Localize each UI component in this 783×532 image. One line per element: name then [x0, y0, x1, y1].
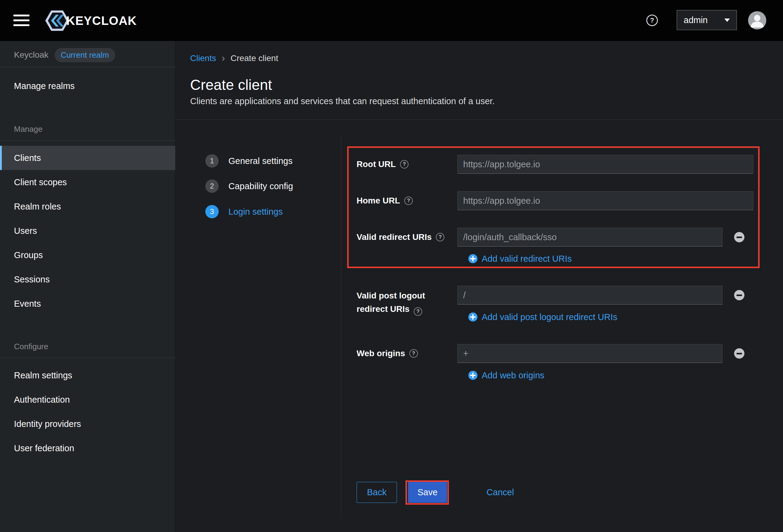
- home-url-label: Home URL ?: [356, 191, 454, 210]
- sidebar-item-realm-roles[interactable]: Realm roles: [0, 194, 175, 219]
- sidebar-item-label: Authentication: [14, 395, 70, 404]
- cancel-button[interactable]: Cancel: [482, 482, 519, 503]
- help-glyph: ?: [412, 350, 415, 356]
- sidebar-item-label: Client scopes: [14, 177, 67, 187]
- add-valid-post-logout-redirect-uris-button[interactable]: Add valid post logout redirect URIs: [468, 310, 618, 324]
- sidebar-item-label: Identity providers: [14, 419, 81, 429]
- step-label: General settings: [228, 156, 292, 166]
- sidebar-item-manage-realms[interactable]: Manage realms: [0, 74, 175, 98]
- field-label-text: Valid redirect URIs: [356, 232, 432, 242]
- sidebar-item-label: Clients: [14, 153, 41, 163]
- section-label-manage: Manage: [14, 124, 42, 134]
- step-label: Login settings: [228, 207, 283, 217]
- sidebar-item-realm-settings[interactable]: Realm settings: [0, 363, 175, 387]
- root-url-label: Root URL ?: [356, 155, 454, 174]
- help-icon[interactable]: ?: [646, 14, 658, 26]
- page-subtitle: Clients are applications and services th…: [190, 96, 495, 106]
- plus-icon: [468, 312, 477, 321]
- sidebar: Keycloak Current realm Manage realms Man…: [0, 41, 175, 532]
- breadcrumb: Clients › Create client: [190, 52, 278, 65]
- help-icon[interactable]: ?: [436, 233, 444, 241]
- help-icon[interactable]: ?: [414, 307, 422, 316]
- chevron-down-icon: [724, 19, 730, 22]
- app-name: Keycloak: [14, 50, 49, 60]
- menu-toggle-icon[interactable]: [13, 14, 29, 26]
- valid-post-logout-redirect-uri-input[interactable]: [458, 286, 723, 305]
- remove-redirect-uri-button[interactable]: [734, 232, 745, 242]
- main-content: Clients › Create client Create client Cl…: [175, 41, 783, 532]
- remove-web-origin-button[interactable]: [734, 348, 745, 358]
- sidebar-item-label: Users: [14, 226, 37, 236]
- keycloak-logo: KEYCLOAK: [44, 10, 137, 31]
- add-link-label: Add web origins: [482, 371, 544, 380]
- back-button[interactable]: Back: [356, 482, 397, 503]
- plus-icon: [468, 371, 477, 380]
- remove-post-logout-redirect-uri-button[interactable]: [734, 290, 745, 300]
- help-glyph: ?: [439, 234, 442, 240]
- wizard-step-capability-config[interactable]: 2 Capability config: [205, 180, 293, 193]
- valid-redirect-uris-label: Valid redirect URIs ?: [356, 228, 454, 247]
- sidebar-item-users[interactable]: Users: [0, 219, 175, 243]
- help-icon[interactable]: ?: [409, 349, 418, 358]
- sidebar-item-label: Sessions: [14, 275, 50, 284]
- avatar[interactable]: [748, 11, 766, 29]
- divider: [175, 119, 783, 120]
- help-glyph: ?: [416, 305, 419, 318]
- add-valid-redirect-uris-button[interactable]: Add valid redirect URIs: [468, 251, 572, 266]
- sidebar-item-groups[interactable]: Groups: [0, 243, 175, 267]
- page-title: Create client: [190, 76, 272, 94]
- divider: [0, 358, 175, 358]
- plus-icon: [468, 254, 477, 263]
- wizard-step-login-settings[interactable]: 3 Login settings: [205, 205, 283, 218]
- root-url-input[interactable]: [458, 155, 753, 174]
- sidebar-item-events[interactable]: Events: [0, 291, 175, 316]
- help-icon[interactable]: ?: [404, 196, 413, 205]
- field-label-text: Root URL: [356, 159, 396, 169]
- divider: [341, 135, 341, 519]
- sidebar-item-label: Realm settings: [14, 371, 72, 380]
- field-label-text: Web origins: [356, 349, 405, 358]
- step-number: 2: [205, 180, 219, 193]
- help-icon[interactable]: ?: [400, 160, 408, 168]
- help-glyph: ?: [403, 161, 406, 167]
- save-button[interactable]: Save: [408, 482, 447, 503]
- web-origins-label: Web origins ?: [356, 344, 454, 363]
- realm-row: Keycloak Current realm: [14, 46, 115, 63]
- sidebar-item-client-scopes[interactable]: Client scopes: [0, 170, 175, 194]
- step-label: Capability config: [228, 181, 293, 191]
- sidebar-item-label: Groups: [14, 250, 43, 260]
- help-glyph: ?: [407, 198, 410, 204]
- user-menu-dropdown[interactable]: admin: [677, 10, 737, 30]
- field-label-text: Home URL: [356, 196, 400, 206]
- brand-name: KEYCLOAK: [66, 14, 137, 28]
- sidebar-item-identity-providers[interactable]: Identity providers: [0, 412, 175, 436]
- user-menu-label: admin: [684, 15, 708, 25]
- divider: [0, 67, 175, 67]
- current-realm-badge[interactable]: Current realm: [55, 48, 115, 62]
- sidebar-item-clients[interactable]: Clients: [0, 146, 175, 170]
- breadcrumb-current: Create client: [230, 54, 278, 63]
- sidebar-item-authentication[interactable]: Authentication: [0, 387, 175, 412]
- sidebar-item-label: Realm roles: [14, 201, 61, 211]
- add-link-label: Add valid redirect URIs: [482, 254, 572, 264]
- wizard-step-general-settings[interactable]: 1 General settings: [205, 154, 292, 167]
- divider: [0, 140, 175, 140]
- help-glyph: ?: [650, 17, 654, 24]
- masthead: KEYCLOAK ? admin: [0, 0, 783, 41]
- sidebar-item-user-federation[interactable]: User federation: [0, 436, 175, 460]
- add-link-label: Add valid post logout redirect URIs: [482, 312, 618, 322]
- valid-redirect-uri-input[interactable]: [458, 228, 723, 247]
- home-url-input[interactable]: [458, 191, 753, 210]
- sidebar-item-label: User federation: [14, 443, 74, 453]
- step-number: 3: [205, 205, 219, 218]
- breadcrumb-clients-link[interactable]: Clients: [190, 54, 216, 63]
- step-number: 1: [205, 154, 219, 167]
- section-label-configure: Configure: [14, 341, 48, 352]
- user-icon: [748, 11, 766, 29]
- valid-post-logout-redirect-uris-label: Valid post logout redirect URIs?: [356, 289, 454, 316]
- sidebar-item-sessions[interactable]: Sessions: [0, 267, 175, 291]
- chevron-right-icon: ›: [222, 53, 225, 64]
- web-origins-input[interactable]: [458, 344, 723, 363]
- sidebar-item-label: Manage realms: [14, 81, 75, 91]
- add-web-origins-button[interactable]: Add web origins: [468, 368, 544, 383]
